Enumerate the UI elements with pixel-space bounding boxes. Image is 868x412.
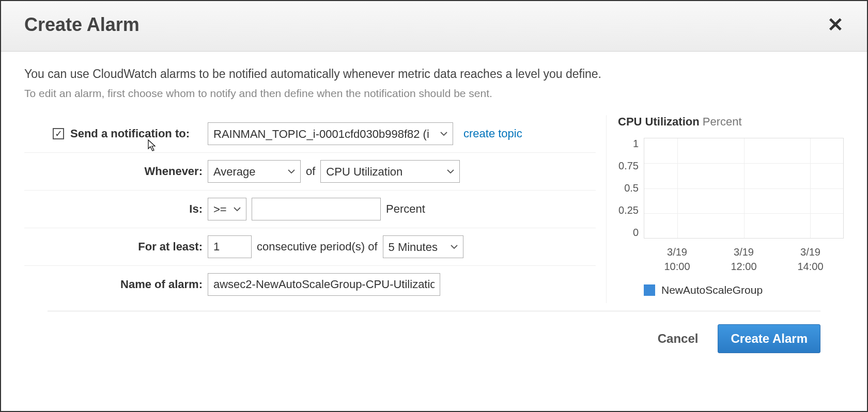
modal-footer: Cancel Create Alarm — [48, 311, 820, 374]
y-axis: 1 0.75 0.5 0.25 0 — [618, 138, 644, 239]
x-axis: 3/19 10:00 3/19 12:00 3/19 14:00 — [644, 245, 844, 274]
modal-description: You can use CloudWatch alarms to be noti… — [24, 67, 844, 81]
x-tick: 3/19 12:00 — [731, 245, 756, 274]
operator-select[interactable]: >= — [208, 198, 246, 220]
chart-legend: NewAutoScaleGroup — [644, 284, 844, 296]
modal-title: Create Alarm — [24, 14, 140, 36]
x-tick: 3/19 14:00 — [797, 245, 823, 274]
cancel-button[interactable]: Cancel — [648, 326, 708, 351]
x-tick: 3/19 10:00 — [664, 245, 690, 274]
name-row: Name of alarm: — [24, 266, 596, 303]
modal-header: Create Alarm ✕ — [1, 1, 867, 52]
close-icon[interactable]: ✕ — [827, 15, 844, 35]
create-alarm-modal: Create Alarm ✕ You can use CloudWatch al… — [0, 0, 868, 412]
is-row: Is: >= Percent — [24, 191, 596, 228]
whenever-row: Whenever: Average of CPU Utilization — [24, 153, 596, 191]
create-topic-link[interactable]: create topic — [463, 127, 522, 140]
send-notification-checkbox[interactable]: ✓ — [53, 128, 64, 139]
threshold-input[interactable] — [252, 198, 381, 220]
period-length-select[interactable]: 5 Minutes — [383, 235, 463, 258]
create-alarm-button[interactable]: Create Alarm — [718, 324, 820, 353]
is-label: Is: — [24, 202, 203, 216]
legend-label: NewAutoScaleGroup — [661, 284, 763, 296]
metric-select[interactable]: CPU Utilization — [320, 160, 460, 183]
periods-input[interactable] — [208, 235, 252, 258]
alarm-form: ✓ Send a notification to: RAINMAN_TOPIC_… — [24, 115, 596, 303]
for-at-least-label: For at least: — [24, 240, 203, 253]
legend-swatch — [644, 284, 655, 296]
for-at-least-row: For at least: consecutive period(s) of 5… — [24, 228, 596, 266]
notification-row: ✓ Send a notification to: RAINMAN_TOPIC_… — [24, 115, 596, 153]
y-tick: 0 — [633, 227, 639, 239]
alarm-name-label: Name of alarm: — [24, 278, 203, 291]
chart-panel: CPU Utilization Percent 1 0.75 0.5 0.25 … — [606, 115, 844, 303]
notification-topic-select[interactable]: RAINMAN_TOPIC_i-0001cfd030b998f82 (i — [208, 122, 453, 145]
unit-text: Percent — [386, 202, 425, 216]
y-tick: 0.25 — [618, 204, 639, 216]
send-notification-label: Send a notification to: — [70, 127, 190, 140]
consecutive-text: consecutive period(s) of — [257, 240, 378, 253]
alarm-name-input[interactable] — [208, 273, 440, 296]
statistic-select[interactable]: Average — [208, 160, 301, 183]
modal-body: You can use CloudWatch alarms to be noti… — [1, 52, 867, 411]
y-tick: 0.75 — [618, 160, 639, 172]
y-tick: 0.5 — [624, 182, 639, 194]
chart-area: 1 0.75 0.5 0.25 0 — [618, 138, 844, 239]
modal-subtext: To edit an alarm, first choose whom to n… — [24, 87, 844, 100]
whenever-label: Whenever: — [24, 165, 203, 178]
checkmark-icon: ✓ — [55, 129, 63, 138]
y-tick: 1 — [633, 138, 639, 150]
of-text: of — [306, 165, 315, 178]
plot-area — [644, 138, 844, 239]
chart-title: CPU Utilization Percent — [618, 115, 844, 129]
